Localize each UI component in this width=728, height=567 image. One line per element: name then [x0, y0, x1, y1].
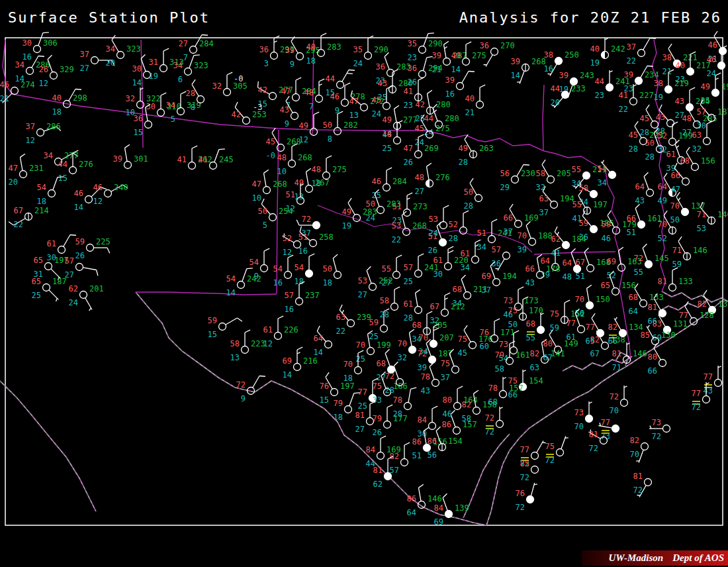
station-temperature: 46	[707, 55, 716, 64]
wind-barb	[333, 258, 336, 272]
sky-cover-symbol	[381, 325, 388, 333]
station-temperature: 80	[543, 339, 553, 348]
sky-cover-symbol	[58, 246, 66, 254]
station-pressure: 216	[303, 356, 318, 366]
station-pressure: 301	[134, 154, 148, 164]
station-pressure: 275	[435, 124, 450, 133]
wind-barb	[643, 248, 647, 261]
station-dewpoint: 72	[589, 444, 598, 453]
station-dewpoint: 6	[178, 75, 183, 84]
station-dewpoint: 9	[290, 60, 295, 69]
station-dewpoint: 13	[230, 353, 240, 362]
station-plot: 6443	[635, 172, 654, 205]
station-pressure: 267	[315, 178, 330, 187]
station-temperature: 59	[579, 219, 588, 228]
sky-cover-symbol	[445, 263, 452, 270]
sky-cover-symbol	[271, 52, 278, 60]
sky-cover-symbol	[105, 190, 112, 197]
station-temperature: 34	[106, 44, 115, 54]
station-temperature: 70	[356, 340, 365, 350]
coastline	[0, 381, 96, 511]
station-temperature: 69	[607, 257, 616, 266]
station-plot: 4024219	[590, 38, 625, 68]
station-temperature: 86	[428, 437, 437, 446]
station-plot-map[interactable]: 3030616342861426329124627421402981837286…	[0, 0, 728, 567]
station-pressure: 133	[678, 277, 693, 286]
station-temperature: 85	[520, 459, 529, 468]
station-plot: 4021	[465, 85, 486, 117]
sky-cover-symbol	[313, 222, 320, 229]
sky-cover-symbol	[667, 120, 674, 127]
station-dewpoint: 22	[336, 327, 345, 336]
coastline	[463, 434, 510, 518]
station-dewpoint: 58	[495, 364, 504, 374]
station-temperature: 65	[601, 281, 610, 290]
station-temperature: 73	[574, 408, 584, 417]
station-temperature: 49	[701, 82, 710, 91]
station-dewpoint: 20	[106, 58, 115, 68]
station-pressure: 223	[251, 339, 265, 348]
station-temperature: 49	[295, 178, 304, 187]
wind-barb	[385, 354, 390, 366]
station-temperature: 49	[299, 121, 308, 130]
station-temperature: 54	[226, 274, 236, 284]
station-temperature: 28	[186, 89, 195, 98]
sky-cover-symbol	[515, 221, 522, 228]
station-temperature: 72	[236, 380, 246, 389]
wind-barb	[385, 57, 389, 70]
station-temperature: 58	[579, 183, 588, 193]
station-pressure: 275	[332, 165, 347, 174]
sky-cover-symbol	[306, 185, 313, 193]
station-temperature: 37	[80, 50, 89, 59]
station-temperature: 64	[563, 258, 572, 268]
station-temperature: 67	[14, 206, 23, 215]
sky-cover-symbol	[345, 406, 352, 413]
station-pressure: 177	[393, 414, 408, 423]
station-temperature: 84	[366, 445, 375, 454]
wind-barb	[349, 393, 354, 406]
station-temperature: 32	[126, 94, 135, 103]
station-dewpoint: 5	[263, 221, 267, 230]
sky-cover-symbol	[224, 89, 231, 96]
station-dewpoint: 51	[412, 451, 422, 460]
station-pressure: 184	[572, 234, 586, 244]
station-temperature: 72	[385, 372, 394, 381]
station-plot: 5028	[464, 178, 482, 211]
sky-cover-symbol	[369, 284, 377, 291]
state-border	[12, 94, 631, 361]
sky-cover-symbol	[441, 309, 449, 317]
sky-cover-symbol	[454, 403, 461, 410]
station-plot: 5922526	[75, 237, 111, 260]
station-dewpoint: 3	[264, 59, 269, 68]
station-pressure: 205	[557, 169, 571, 178]
station-plot: 8572	[520, 459, 539, 482]
station-temperature: 44	[424, 114, 433, 123]
station-pressure: 188	[538, 231, 553, 240]
station-pressure: 156	[621, 281, 636, 290]
station-dewpoint: 7	[183, 53, 188, 62]
sky-cover-symbol	[190, 46, 197, 54]
station-temperature: 42	[232, 110, 241, 119]
station-pressure: 128	[700, 311, 714, 320]
station-dewpoint: 72	[545, 456, 555, 465]
station-dewpoint: 55	[634, 268, 643, 277]
station-dewpoint: 10	[277, 167, 287, 176]
station-dewpoint: 48	[563, 272, 572, 282]
station-plot: 3030616	[23, 32, 58, 62]
station-temperature: 39	[285, 46, 295, 55]
station-dewpoint: 32	[692, 144, 702, 154]
station-dewpoint: 9	[241, 394, 246, 403]
station-pressure: 169	[524, 213, 539, 223]
sky-cover-symbol	[578, 326, 585, 333]
sky-cover-symbol	[403, 229, 410, 236]
station-temperature: 69	[482, 272, 491, 281]
station-pressure: 227	[639, 91, 654, 100]
wind-barb	[586, 288, 589, 301]
sky-cover-symbol	[719, 48, 727, 55]
station-dewpoint: 16	[273, 278, 283, 287]
sky-cover-symbol	[457, 83, 464, 90]
station-dewpoint: 39	[518, 245, 527, 254]
station-temperature: 55	[382, 264, 391, 274]
wind-barb	[486, 55, 492, 67]
station-dewpoint: 66	[608, 336, 617, 346]
